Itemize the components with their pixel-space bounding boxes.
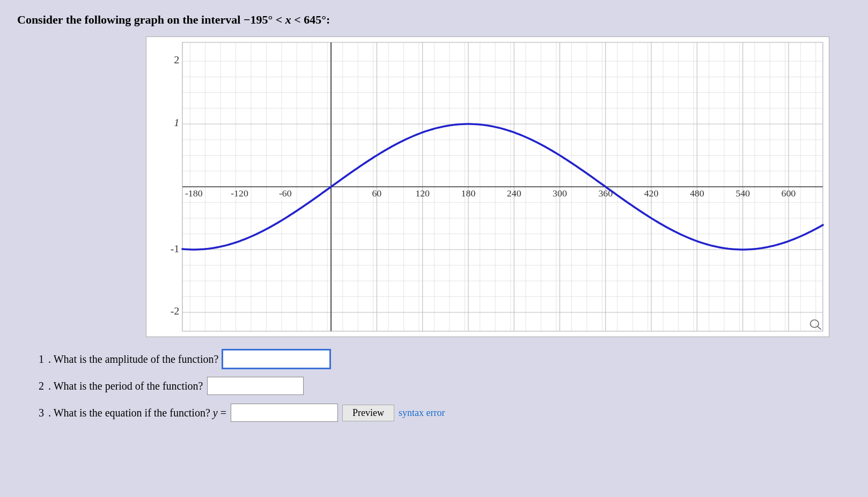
- question-2-label: 2: [39, 380, 44, 392]
- svg-text:540: 540: [735, 189, 750, 199]
- equation-input[interactable]: [231, 404, 338, 422]
- question-3-label: 3: [39, 407, 44, 419]
- question-2-row: 2 . What is the period of the function?: [39, 377, 851, 395]
- svg-text:-120: -120: [231, 189, 248, 199]
- svg-text:2: 2: [174, 55, 179, 65]
- graph-container: 2 1 -1 -2 -180 -120 -60 60 120 180 240 3…: [146, 36, 829, 337]
- question-3-text: . What is the equation if the function? …: [48, 407, 226, 419]
- preview-button[interactable]: Preview: [342, 405, 394, 421]
- question-3-row: 3 . What is the equation if the function…: [39, 404, 851, 422]
- amplitude-input[interactable]: [223, 350, 330, 368]
- svg-text:420: 420: [644, 189, 659, 199]
- svg-text:120: 120: [415, 189, 430, 199]
- svg-text:300: 300: [553, 189, 567, 199]
- period-input[interactable]: [207, 377, 304, 395]
- question-1-text: . What is the amplitude of the function?: [48, 353, 218, 366]
- svg-text:1: 1: [174, 118, 179, 128]
- svg-text:60: 60: [372, 189, 381, 199]
- svg-text:-180: -180: [185, 189, 203, 199]
- question-1-row: 1 . What is the amplitude of the functio…: [39, 350, 851, 368]
- question-2-text: . What is the period of the function?: [48, 380, 203, 392]
- svg-text:480: 480: [690, 189, 704, 199]
- svg-text:-60: -60: [279, 189, 292, 199]
- svg-text:-2: -2: [171, 306, 180, 317]
- svg-text:600: 600: [782, 189, 796, 199]
- svg-text:-1: -1: [171, 244, 180, 254]
- graph-svg: 2 1 -1 -2 -180 -120 -60 60 120 180 240 3…: [146, 37, 829, 337]
- svg-text:240: 240: [507, 189, 521, 199]
- problem-title: Consider the following graph on the inte…: [17, 13, 851, 27]
- svg-text:180: 180: [461, 189, 476, 199]
- syntax-error-text: syntax error: [399, 407, 445, 419]
- questions-section: 1 . What is the amplitude of the functio…: [39, 350, 851, 422]
- question-1-label: 1: [39, 353, 44, 366]
